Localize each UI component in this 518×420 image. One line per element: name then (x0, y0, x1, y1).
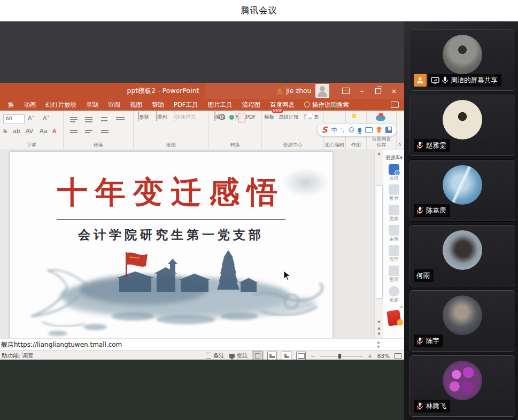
tab-animations[interactable]: 动画 (19, 101, 41, 109)
tab-review[interactable]: 审阅 (103, 101, 125, 109)
ime-language-toggle[interactable]: 中 (331, 126, 337, 134)
ink-painting (10, 236, 333, 338)
font-color-icon[interactable]: A (52, 128, 57, 135)
normal-view-button[interactable] (253, 352, 262, 360)
fit-slide-to-window-button[interactable] (395, 353, 401, 359)
tab-baidu-pan[interactable]: 百度网盘 (265, 101, 299, 109)
tab-help[interactable]: 帮助 (147, 101, 169, 109)
ppt-titlebar[interactable]: ppt模板2 - PowerPoint ⚠ jie zhou – × (0, 83, 404, 99)
scroll-up-icon[interactable]: ▲ (375, 151, 383, 155)
resource-item-manage[interactable]: 管理 (385, 245, 403, 263)
ime-punctuation-icon[interactable]: ’, (341, 127, 345, 134)
slide-sorter-view-button[interactable] (267, 352, 277, 360)
tab-transitions[interactable]: 换 (3, 101, 19, 109)
zoom-slider[interactable] (320, 356, 363, 356)
participant-tile[interactable]: 赵雅雯 (409, 95, 515, 156)
char-spacing-icon[interactable]: AV (26, 128, 33, 135)
sogou-logo-icon[interactable]: S (322, 125, 328, 135)
participant-tile[interactable]: 林腾飞 (409, 355, 515, 417)
participant-name: 何雨 (416, 271, 430, 281)
participant-tile[interactable]: 周洁的屏幕共享 (409, 29, 515, 91)
red-packet-promo-icon[interactable] (386, 309, 401, 326)
sogou-ime-bar[interactable]: S 中 ’, ☺ (317, 123, 397, 136)
shrink-font-icon[interactable]: A˅ (43, 115, 50, 122)
change-case-icon[interactable]: Aa (40, 128, 47, 135)
slide-canvas: 十年变迁感悟 会计学院研究生第一党支部 (0, 150, 374, 338)
next-slide-icon[interactable]: ▼ (375, 331, 383, 337)
edit-button[interactable]: 编辑 (214, 111, 226, 121)
promo-close-icon[interactable]: × (399, 304, 404, 309)
font-size-box[interactable]: 60 (3, 114, 25, 123)
emoji-icon[interactable]: ☺ (349, 127, 354, 134)
soft-keyboard-icon[interactable] (365, 127, 373, 133)
participant-tile[interactable]: 何雨 (409, 225, 515, 286)
notes-toggle[interactable]: 备注 (206, 352, 225, 360)
reading-view-button[interactable] (282, 352, 291, 360)
shapes-button[interactable]: 形状 (138, 111, 149, 121)
slideshow-view-button[interactable] (296, 352, 306, 360)
group-label-picture-edit: 图片编辑 (324, 142, 345, 149)
restore-button[interactable] (370, 83, 386, 99)
previous-slide-icon[interactable]: ▲ (375, 325, 383, 331)
scroll-down-icon[interactable]: ▼ (375, 320, 383, 325)
participant-tile[interactable]: 陈嘉庚 (409, 160, 515, 221)
sorter-view-icon (269, 354, 275, 358)
comments-panel-icon[interactable] (391, 102, 399, 108)
comments-toggle[interactable]: 批注 (229, 352, 248, 360)
zoom-slider-thumb[interactable] (338, 354, 341, 359)
resource-item-party[interactable]: 党政 (385, 205, 403, 222)
tab-flowchart[interactable]: 流程图 (237, 101, 265, 109)
ime-toolbox-icon[interactable] (385, 127, 392, 133)
tab-view[interactable]: 视图 (125, 101, 147, 109)
strikethrough-icon[interactable]: S̶ (3, 128, 7, 135)
resource-item-summary[interactable]: 总结 (385, 164, 403, 182)
quick-styles-button[interactable]: 快速样式 (174, 111, 196, 121)
powerpoint-window: ppt模板2 - PowerPoint ⚠ jie zhou – × 换 动画 … (0, 83, 404, 360)
relation-chart-button[interactable]: 关系图 (303, 111, 319, 121)
grow-font-icon[interactable]: A˄ (28, 115, 35, 122)
ppt-window-title: ppt模板2 - PowerPoint (80, 83, 246, 99)
notes-scroll-down-icon[interactable]: ▼ (374, 344, 383, 349)
summary-report-button[interactable]: NEW 总结汇报 (279, 111, 299, 121)
ppt-workspace: 十年变迁感悟 会计学院研究生第一党支部 (0, 150, 404, 338)
zoom-in-button[interactable]: + (368, 353, 373, 359)
account-avatar[interactable] (315, 84, 329, 98)
voice-input-icon[interactable] (358, 128, 361, 133)
participant-name: 陈宇 (426, 337, 439, 346)
slide[interactable]: 十年变迁感悟 会计学院研究生第一党支部 (10, 152, 333, 338)
summary-doc-icon (389, 164, 399, 175)
account-name[interactable]: jie zhou (286, 87, 311, 95)
ime-skin-icon[interactable] (376, 127, 382, 133)
tab-record[interactable]: 录制 (81, 101, 103, 109)
arrange-button[interactable]: 排列 (156, 111, 167, 121)
scrollbar-thumb[interactable] (376, 185, 383, 299)
participant-tile[interactable]: 陈宇 (409, 290, 515, 352)
minimize-button[interactable]: – (354, 83, 370, 99)
new-badge: NEW (272, 108, 283, 113)
tell-me-search[interactable]: 操作说明搜索 (299, 101, 354, 109)
notes-bar[interactable]: 舰店https://liangliangtuwen.tmall.com ▲ ▼ (0, 338, 404, 350)
ribbon-display-options-button[interactable] (338, 83, 354, 99)
restore-icon (375, 88, 381, 94)
more-ellipsis-icon (389, 286, 399, 297)
close-button[interactable]: × (386, 83, 402, 99)
zoom-level[interactable]: 83% (377, 353, 390, 359)
tab-slideshow[interactable]: 幻灯片放映 (41, 101, 82, 109)
collapse-ribbon-button[interactable]: ∧ (398, 141, 401, 147)
warning-icon: ⚠ (277, 87, 283, 95)
resource-panel-header[interactable]: 资源库▾ (383, 154, 405, 161)
tab-picture-tools[interactable]: 图片工具 (203, 101, 237, 109)
to-pdf-button[interactable]: 转成PDF (235, 111, 256, 121)
resource-item-diagrams[interactable]: 图示 (385, 266, 403, 283)
resource-item-more[interactable]: 更多 (385, 286, 403, 304)
slide-vertical-scrollbar[interactable]: ▲ ▼ ▲ ▼ (374, 150, 383, 338)
resource-item-cases[interactable]: 案例 (385, 225, 403, 243)
slideshow-icon (298, 353, 305, 359)
tab-pdf-tools[interactable]: PDF工具 (169, 101, 203, 109)
zoom-out-button[interactable]: − (311, 353, 315, 359)
mic-muted-icon (416, 142, 423, 150)
notes-scroll-up-icon[interactable]: ▲ (374, 339, 383, 344)
slide-divider (57, 219, 285, 220)
shadow-icon[interactable]: ab (13, 128, 20, 135)
resource-item-recommend[interactable]: 推荐 (385, 184, 403, 202)
